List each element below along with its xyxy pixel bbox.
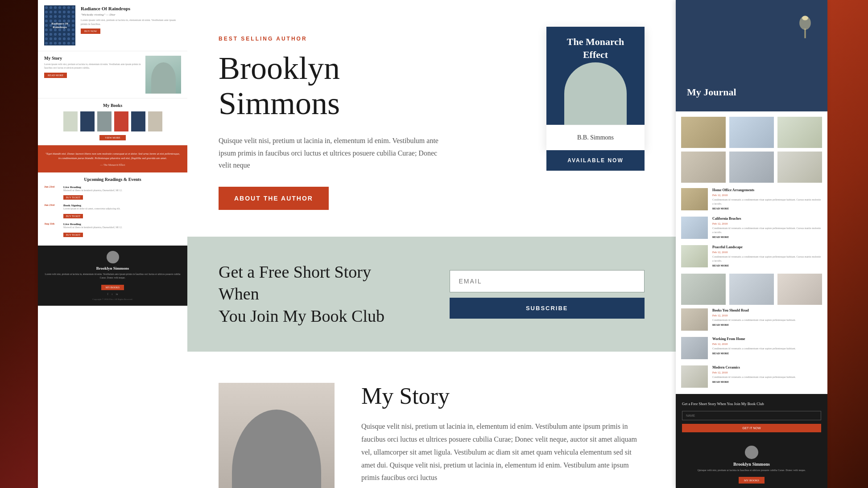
rp-post-date-2: Feb 12, 2018 [712,222,822,225]
book-card-author: B.B. Simmons [555,134,636,141]
rp-post-info-6: Modern Ceramics Feb 12, 2018 Condimentum… [712,365,822,383]
rp-thumb-6 [777,152,822,183]
lp-event-details-1: Live Reading Morwell ut libero in hendre… [63,185,181,201]
lp-social-fb[interactable]: f [107,293,108,295]
lp-events-section: Upcoming Readings & Events Jun 23rd Live… [38,172,187,246]
story-text-block: My Story Quisque velit nisi, pretium ut … [361,383,645,484]
rp-post-item-5: Working From Home Feb 12, 2018 Condiment… [681,337,822,359]
rp-post-thumb-2 [681,217,708,239]
rp-thumb-2 [729,117,774,148]
lp-book-title: Radiance Of Raindrops [81,5,181,12]
rp-post-text-6: Condimentum id venenatis a condimentum v… [712,375,822,379]
lp-story-section: My Story Lorem ipsum velit nisi, pretium… [38,51,187,98]
rp-post-info-4: Books You Should Read Feb 12, 2018 Condi… [712,308,822,326]
lp-event-name-1: Live Reading [63,185,181,189]
lp-mini-book-4 [114,111,128,131]
rp-post-date-6: Feb 12, 2018 [712,371,822,374]
rp-nl-heading: Get a Free Short Story When You Join My … [682,401,821,407]
lp-event-btn-2[interactable]: BUY TICKET [63,214,83,218]
lp-story-btn[interactable]: READ MORE [44,73,67,78]
lp-event-btn-1[interactable]: BUY TICKET [63,195,83,200]
rp-read-more-6[interactable]: READ MORE [712,381,822,383]
rp-post-thumb-5 [681,337,708,359]
newsletter-heading: Get a Free Short Story WhenYou Join My B… [219,261,414,327]
story-body: Quisque velit nisi, pretium ut lacinia i… [361,420,645,484]
rp-post-text-1: Condimentum id venenatis a condimentum v… [712,198,822,206]
hero-description: Quisque velit nisi, pretium ut lacinia i… [219,135,451,171]
rp-journal-title: My Journal [687,86,736,98]
rp-thumb-7 [681,274,726,305]
rp-post-title-4: Books You Should Read [712,308,822,312]
lp-view-btn[interactable]: VIEW MORE [99,135,125,140]
lp-footer: Brooklyn Simmons Lorem velit nisi, preti… [38,246,187,306]
hero-cta-button[interactable]: ABOUT THE AUTHOR [219,187,329,210]
lp-quote-text: "Eget blandit nisl. Donec laoreet libero… [45,152,180,161]
lp-footer-name: Brooklyn Simmons [44,266,181,271]
rp-post-info-5: Working From Home Feb 12, 2018 Condiment… [712,337,822,355]
lp-event-date-1: Jun 23rd [44,185,60,188]
lp-footer-avatar [107,251,119,263]
rp-footer-btn[interactable]: MY BOOKS [739,477,765,484]
lp-books-section: My Books VIEW MORE [38,98,187,145]
rp-post-item-3: Peaceful Landscape Feb 12, 2018 Condimen… [681,245,822,267]
rp-thumbnail-grid-2 [681,274,822,305]
lp-social-in[interactable]: in [116,293,118,295]
book-card-arch-decoration [564,62,627,125]
lp-event-details-2: Book Signing Lorem ipsum et dolor sit am… [63,204,181,219]
lp-footer-bio: Lorem velit nisi, pretium ut lacinia in,… [44,272,181,280]
rp-post-text-4: Condimentum id venenatis a condimentum v… [712,318,822,322]
lp-story-left: My Story Lorem ipsum velit nisi, pretium… [44,56,141,94]
rp-post-title-6: Modern Ceramics [712,365,822,369]
lp-event-name-3: Live Reading [63,222,181,226]
rp-read-more-4[interactable]: READ MORE [712,324,822,326]
lp-quote-author: — The Monarch Effect [45,164,180,166]
lp-story-title: My Story [44,56,141,61]
rp-footer-avatar [745,446,758,459]
newsletter-subscribe-btn[interactable]: SUBSCRIBE [450,298,645,319]
lp-footer-btn[interactable]: MY BOOKS [101,285,124,290]
story-heading: My Story [361,383,645,409]
rp-thumb-1 [681,117,726,148]
lp-story-image [145,56,181,94]
rp-post-thumb-3 [681,245,708,267]
lp-mini-book-2 [80,111,95,131]
rp-read-more-1[interactable]: READ MORE [712,207,822,210]
lp-footer-copyright: Copyright © 2016 Divi. All Rights Reserv… [44,298,181,300]
rp-nl-input[interactable] [682,411,821,420]
rp-newsletter-section: Get a Free Short Story When You Join My … [676,394,827,439]
rp-post-date-5: Feb 12, 2018 [712,342,822,345]
rp-nl-btn[interactable]: GET IT NOW [682,424,821,432]
book-available-label: AVAILABLE NOW [546,150,645,171]
rp-post-info-1: Home Office Arrangements Feb 12, 2018 Co… [712,188,822,210]
lp-event-btn-3[interactable]: BUY TICKET [63,233,83,237]
svg-point-2 [802,16,808,20]
lp-event-info-1: Morwell ut libero in hendrerit pharetra,… [63,189,181,193]
lp-event-details-3: Live Reading Morwell ut libero in hendre… [63,222,181,238]
lp-books-title: My Books [44,103,181,108]
newsletter-form: SUBSCRIBE [450,270,645,319]
lp-book-header: Radiance Of Raindrops Radiance Of Raindr… [38,0,187,51]
book-card-top: The MonarchEffect [546,27,645,125]
rp-thumb-4 [681,152,726,183]
rp-posts: Home Office Arrangements Feb 12, 2018 Co… [676,188,827,388]
lp-books-row [44,111,181,131]
lp-mini-book-3 [97,111,112,131]
lp-mini-book-1 [63,111,78,131]
rp-read-more-5[interactable]: READ MORE [712,352,822,355]
rp-read-more-3[interactable]: READ MORE [712,264,822,267]
rp-post-item-6: Modern Ceramics Feb 12, 2018 Condimentum… [681,365,822,388]
newsletter-email-input[interactable] [450,270,645,292]
lp-buy-btn[interactable]: BUY NOW [81,29,100,34]
lp-story-person-shape [151,62,176,94]
rp-thumbnail-grid [676,111,827,188]
newsletter-text: Get a Free Short Story WhenYou Join My B… [219,261,414,327]
rp-post-info-3: Peaceful Landscape Feb 12, 2018 Condimen… [712,245,822,267]
lp-event-item-1: Jun 23rd Live Reading Morwell ut libero … [44,185,181,201]
lp-quote-section: "Eget blandit nisl. Donec laoreet libero… [38,145,187,172]
rp-read-more-2[interactable]: READ MORE [712,236,822,238]
main-panel: Radiance Of Raindrops Radiance Of Raindr… [38,0,827,488]
rp-post-title-1: Home Office Arrangements [712,188,822,192]
book-showcase: The MonarchEffect B.B. Simmons AVAILABLE… [546,27,645,171]
lp-social-tw[interactable]: t [112,293,113,295]
book-card-bottom: B.B. Simmons [546,125,645,150]
